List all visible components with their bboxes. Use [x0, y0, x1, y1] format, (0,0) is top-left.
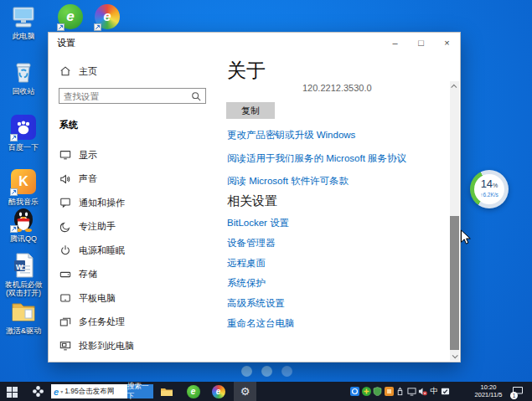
settings-search-input[interactable] — [64, 91, 191, 101]
e-letter: e — [216, 387, 221, 396]
notifications-icon — [59, 197, 71, 208]
desktop-icon-label: 此电脑 — [2, 32, 45, 40]
sidebar-item-sound[interactable]: 声音 — [49, 167, 216, 192]
computer-icon — [10, 3, 37, 30]
home-icon — [59, 65, 71, 77]
browser-green-e-icon: e — [57, 4, 84, 31]
browser-colorful-taskbar-button[interactable]: e — [211, 384, 225, 398]
scrollbar-thumb[interactable] — [450, 216, 459, 350]
search-text: 1.95合击发布网 — [65, 387, 114, 397]
start-button[interactable] — [7, 387, 18, 398]
taskbar-search-input[interactable]: e ▾ 1.95合击发布网 — [51, 384, 127, 398]
taskbar-clock[interactable]: 10:20 2021/11/5 — [468, 384, 509, 398]
desktop-icon-kuwo-music[interactable]: K 酷我音乐 — [2, 168, 45, 206]
clock-date: 2021/11/5 — [468, 392, 509, 399]
speed-ball-face: 14% ↑6.2K/s — [474, 174, 504, 204]
link-remote-desktop[interactable]: 远程桌面 — [227, 257, 266, 270]
word-letter: W — [16, 263, 23, 271]
orange-app-tray-icon[interactable] — [385, 387, 394, 396]
sidebar-section-system: 系统 — [59, 119, 216, 131]
sidebar-item-power-sleep[interactable]: 电源和睡眠 — [49, 239, 216, 263]
link-bitlocker-settings[interactable]: BitLocker 设置 — [227, 217, 289, 229]
e-letter: e — [103, 8, 111, 25]
search-go-button[interactable]: 搜索一下 — [127, 384, 153, 398]
link-license-terms[interactable]: 阅读 Microsoft 软件许可条款 — [227, 175, 349, 188]
caret-down-icon: ▾ — [60, 388, 63, 394]
power-icon — [59, 244, 71, 256]
floating-speed-ball[interactable]: 14% ↑6.2K/s — [470, 170, 509, 208]
sidebar-item-label: 平板电脑 — [79, 292, 116, 305]
sidebar-item-label: 声音 — [79, 172, 97, 185]
network-icon[interactable] — [407, 387, 416, 396]
system-tray: 中 — [350, 387, 450, 396]
pinwheel-app-button[interactable] — [31, 384, 45, 398]
browser-green-taskbar-button[interactable]: e — [186, 384, 200, 398]
sidebar-item-label: 存储 — [79, 268, 97, 280]
desktop-icon-setup-doc[interactable]: W 装机后必做(双击打开) — [2, 252, 45, 297]
wallpaper-dot — [281, 366, 292, 377]
desktop-icon-browser-colorful[interactable]: e — [85, 3, 129, 31]
ime-mode-icon[interactable] — [441, 387, 450, 396]
desktop-icon-qq[interactable]: 腾讯QQ — [2, 206, 45, 243]
scroll-down-button[interactable] — [450, 351, 459, 361]
shortcut-arrow-icon — [10, 225, 18, 233]
sidebar-item-label: 显示 — [79, 149, 97, 162]
sidebar-item-home[interactable]: 主页 — [59, 64, 216, 79]
percent-unit: % — [493, 183, 498, 188]
folder-icon — [10, 298, 37, 325]
sidebar-item-projecting[interactable]: 投影到此电脑 — [49, 334, 216, 358]
sidebar-item-notifications[interactable]: 通知和操作 — [49, 191, 216, 215]
link-device-manager[interactable]: 设备管理器 — [227, 237, 276, 249]
sidebar-item-label: 专注助手 — [79, 220, 116, 233]
search-icon — [191, 91, 201, 101]
multitask-icon — [59, 316, 71, 328]
sidebar-item-display[interactable]: 显示 — [49, 143, 216, 167]
desktop-icon-label: 激活&驱动 — [2, 326, 45, 335]
shortcut-arrow-icon — [94, 23, 101, 31]
volume-muted-icon[interactable] — [418, 387, 427, 396]
link-system-protection[interactable]: 系统保护 — [227, 277, 266, 290]
sidebar-item-multitasking[interactable]: 多任务处理 — [49, 311, 216, 335]
mouse-cursor-icon — [460, 229, 472, 249]
desktop-icon-this-pc[interactable]: 此电脑 — [2, 3, 45, 40]
related-settings-title: 相关设置 — [227, 193, 277, 209]
copy-button[interactable]: 复制 — [226, 102, 275, 119]
desktop-icon-label: 回收站 — [2, 87, 45, 95]
sidebar-item-storage[interactable]: 存储 — [49, 263, 216, 287]
kuwo-music-icon: K — [10, 169, 37, 196]
baidu-paw-icon — [10, 115, 37, 141]
shortcut-arrow-icon — [10, 188, 18, 196]
link-rename-pc[interactable]: 重命名这台电脑 — [227, 317, 295, 330]
desktop-icon-recycle-bin[interactable]: 回收站 — [2, 59, 45, 95]
project-icon — [59, 340, 71, 352]
sidebar-item-focus-assist[interactable]: 专注助手 — [49, 215, 216, 239]
link-services-agreement[interactable]: 阅读适用于我们服务的 Microsoft 服务协议 — [227, 152, 406, 165]
settings-search-box[interactable] — [59, 88, 206, 104]
scrollbar[interactable] — [450, 81, 459, 361]
storage-icon — [59, 269, 71, 280]
desktop-icon-baidu[interactable]: 百度一下 — [2, 114, 45, 152]
page-title: 关于 — [227, 58, 266, 84]
sidebar-item-tablet[interactable]: 平板电脑 — [49, 286, 216, 311]
sidebar-item-label: 多任务处理 — [79, 316, 125, 328]
qq-penguin-icon — [10, 206, 37, 233]
ime-language-indicator[interactable]: 中 — [430, 387, 439, 396]
link-advanced-system-settings[interactable]: 高级系统设置 — [227, 297, 285, 310]
window-title: 设置 — [57, 37, 75, 49]
memory-percent: 14 — [481, 177, 493, 190]
shield-tray-icon[interactable] — [373, 387, 382, 396]
tablet-icon — [59, 292, 71, 304]
scroll-up-button[interactable] — [450, 81, 459, 91]
link-change-product-key[interactable]: 更改产品密钥或升级 Windows — [227, 129, 355, 141]
action-center-button[interactable]: 1 — [512, 385, 527, 398]
desktop-icon-driver-folder[interactable]: 激活&驱动 — [2, 298, 45, 335]
sidebar-item-label: 投影到此电脑 — [79, 340, 134, 352]
moon-icon — [59, 221, 71, 233]
settings-taskbar-button-active[interactable]: ⚙ — [234, 382, 256, 401]
kuwo-tray-icon[interactable] — [350, 387, 359, 396]
green-plus-tray-icon[interactable] — [362, 387, 371, 396]
file-explorer-button[interactable] — [159, 384, 173, 398]
e-letter: e — [191, 387, 196, 396]
desktop-icon-label: 百度一下 — [2, 143, 45, 152]
usb-icon[interactable] — [395, 387, 405, 396]
